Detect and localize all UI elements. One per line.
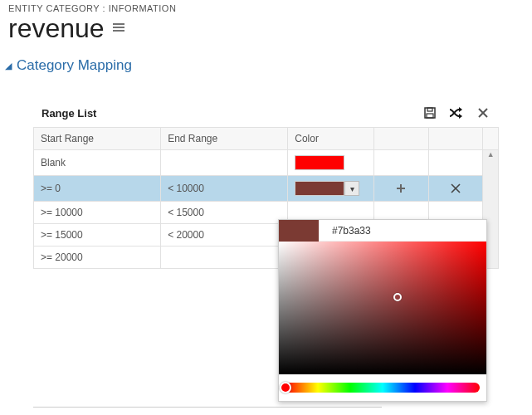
cell-end: < 15000: [161, 202, 288, 224]
col-del-header: [428, 128, 483, 150]
range-list-title: Range List: [41, 107, 96, 120]
color-swatch[interactable]: [295, 181, 344, 196]
range-list-header: Range List: [33, 99, 499, 127]
cell-color: ▾: [288, 176, 374, 202]
delete-row-icon[interactable]: [448, 181, 463, 196]
hue-handle-icon[interactable]: [280, 382, 291, 393]
color-picker-popup: #7b3a33: [278, 219, 487, 402]
cell-start: >= 0: [34, 176, 161, 202]
col-add-header: [374, 128, 429, 150]
saturation-value-field[interactable]: [279, 242, 486, 374]
table-row[interactable]: Blank ▲: [34, 150, 499, 176]
collapse-triangle-icon: ◢: [5, 61, 12, 71]
cell-start: >= 20000: [34, 247, 161, 269]
col-start-header: Start Range: [34, 128, 161, 150]
page-title-row: revenue: [0, 13, 532, 49]
svg-point-4: [113, 27, 115, 28]
save-icon[interactable]: [422, 105, 437, 120]
close-icon[interactable]: [476, 105, 491, 120]
cell-color: [288, 150, 374, 176]
sv-cursor-icon: [393, 293, 402, 301]
cell-add: [374, 150, 429, 176]
col-scroll: [483, 128, 499, 150]
col-end-header: End Range: [161, 128, 288, 150]
color-dropdown-button[interactable]: ▾: [344, 181, 359, 196]
hue-slider[interactable]: [286, 383, 480, 393]
cell-del: [428, 176, 483, 202]
range-list-actions: [422, 105, 491, 120]
svg-point-3: [113, 23, 115, 25]
col-color-header: Color: [288, 128, 374, 150]
cell-end: [161, 247, 288, 269]
cell-start: >= 15000: [34, 224, 161, 247]
cell-end: [161, 150, 288, 176]
table-row[interactable]: >= 0 < 10000 ▾: [34, 176, 499, 202]
cell-start: >= 10000: [34, 202, 161, 224]
color-picker-hex[interactable]: #7b3a33: [319, 225, 371, 237]
add-row-icon[interactable]: [393, 181, 408, 196]
entity-category-line: ENTITY CATEGORY : INFORMATION: [0, 0, 532, 13]
cell-del: [428, 150, 483, 176]
title-menu-icon[interactable]: [113, 22, 126, 36]
cell-add: [374, 176, 429, 202]
color-swatch[interactable]: [295, 155, 344, 170]
color-picker-header: #7b3a33: [279, 220, 486, 242]
entity-category-value: INFORMATION: [109, 3, 177, 13]
bottom-divider: [33, 407, 382, 408]
svg-point-5: [113, 30, 115, 32]
cell-start: Blank: [34, 150, 161, 176]
category-mapping-section-header[interactable]: ◢ Category Mapping: [0, 49, 532, 82]
range-table-head-row: Start Range End Range Color: [34, 128, 499, 150]
shuffle-icon[interactable]: [449, 105, 464, 120]
cell-end: < 10000: [161, 176, 288, 202]
color-picker-preview: [279, 220, 319, 242]
page-title: revenue: [8, 13, 105, 44]
entity-category-label: ENTITY CATEGORY :: [8, 3, 105, 13]
category-mapping-label: Category Mapping: [17, 57, 132, 74]
cell-end: < 20000: [161, 224, 288, 247]
